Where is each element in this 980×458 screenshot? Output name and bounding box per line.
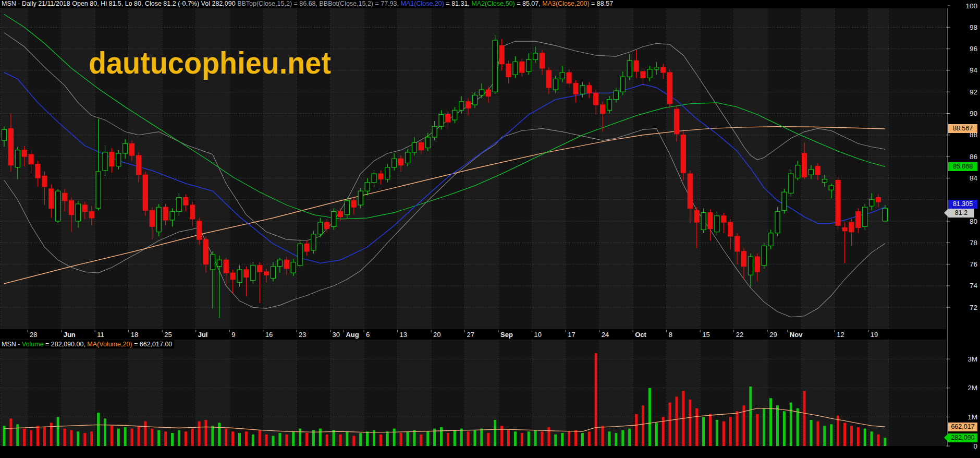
svg-text:16: 16 [265, 331, 273, 339]
svg-text:27: 27 [467, 331, 474, 339]
svg-text:Jul: Jul [198, 331, 208, 339]
svg-text:0: 0 [973, 442, 977, 450]
svg-text:11: 11 [97, 331, 104, 339]
svg-text:6: 6 [366, 331, 370, 339]
volume-ma-axis-badge: 662,017 [948, 423, 977, 431]
site-watermark: dautucophieu.net [89, 45, 331, 81]
svg-text:13: 13 [400, 331, 407, 339]
svg-text:22: 22 [736, 331, 743, 339]
svg-text:19: 19 [871, 331, 878, 339]
svg-text:98: 98 [970, 23, 977, 31]
svg-text:30: 30 [333, 331, 340, 339]
vol-title-volume-label: Volume [22, 341, 44, 348]
svg-text:84: 84 [970, 174, 978, 182]
svg-text:1M: 1M [967, 413, 977, 421]
title-bollinger-text: BBTop(Close,15,2) = 86.68, BBBot(Close,1… [237, 0, 400, 7]
chart-application-window: 28Jun111825Jul9162330Aug6132027Sep101724… [0, 0, 980, 458]
svg-text:76: 76 [970, 260, 977, 268]
svg-text:28: 28 [30, 331, 37, 339]
svg-text:96: 96 [970, 45, 977, 53]
svg-text:Oct: Oct [635, 331, 646, 339]
title-ohlc-text: MSN - Daily 21/11/2018 Open 80, Hi 81.5,… [2, 0, 237, 7]
title-ma3-label: MA3(Close,200) [542, 0, 589, 7]
svg-text:74: 74 [970, 282, 978, 290]
svg-text:2M: 2M [967, 384, 977, 392]
last-volume-axis-badge: 282,090 [948, 433, 977, 442]
svg-text:15: 15 [702, 331, 709, 339]
svg-text:Nov: Nov [790, 331, 803, 339]
svg-text:80: 80 [970, 218, 977, 225]
title-ma1-label: MA1(Close,20) [401, 0, 444, 7]
last-price-axis-badge: 81.2 [948, 209, 974, 218]
vol-title-volume-value: = 282,090.00, [44, 341, 88, 348]
vol-title-ma-value: = 662,017.00 [132, 341, 173, 348]
svg-text:17: 17 [568, 331, 575, 339]
vol-title-ma-label: MA(Volume,20) [87, 341, 132, 348]
svg-text:20: 20 [433, 331, 440, 339]
title-ma2-value: = 85.07, [515, 0, 542, 7]
svg-text:8: 8 [669, 331, 672, 339]
svg-text:86: 86 [970, 153, 977, 161]
svg-text:Sep: Sep [500, 331, 513, 339]
vol-title-symbol: MSN - [2, 341, 22, 348]
svg-text:100: 100 [965, 2, 977, 10]
svg-text:18: 18 [131, 331, 138, 339]
svg-text:92: 92 [970, 88, 977, 96]
svg-text:25: 25 [164, 331, 172, 339]
svg-text:24: 24 [602, 331, 609, 339]
svg-text:78: 78 [970, 239, 977, 247]
ma50-axis-badge: 85.068 [948, 162, 977, 171]
ma20-axis-badge: 81.305 [948, 200, 977, 209]
svg-text:90: 90 [970, 110, 977, 117]
svg-text:29: 29 [769, 331, 777, 339]
svg-text:9: 9 [231, 331, 235, 339]
price-pane-title: MSN - Daily 21/11/2018 Open 80, Hi 81.5,… [0, 0, 948, 8]
svg-text:12: 12 [837, 331, 844, 339]
svg-text:94: 94 [970, 66, 978, 74]
ma200-axis-badge: 88.567 [948, 124, 977, 133]
svg-text:72: 72 [970, 304, 977, 311]
svg-text:23: 23 [299, 331, 306, 339]
volume-pane-title: MSN - Volume = 282,090.00, MA(Volume,20)… [0, 340, 174, 348]
svg-text:Aug: Aug [346, 331, 359, 339]
title-ma1-value: = 81.31, [444, 0, 471, 7]
svg-text:10: 10 [534, 331, 542, 339]
title-ma2-label: MA2(Close,50) [471, 0, 514, 7]
svg-text:Jun: Jun [64, 331, 76, 339]
title-ma3-value: = 88.57 [590, 0, 614, 7]
svg-text:3M: 3M [967, 355, 977, 363]
